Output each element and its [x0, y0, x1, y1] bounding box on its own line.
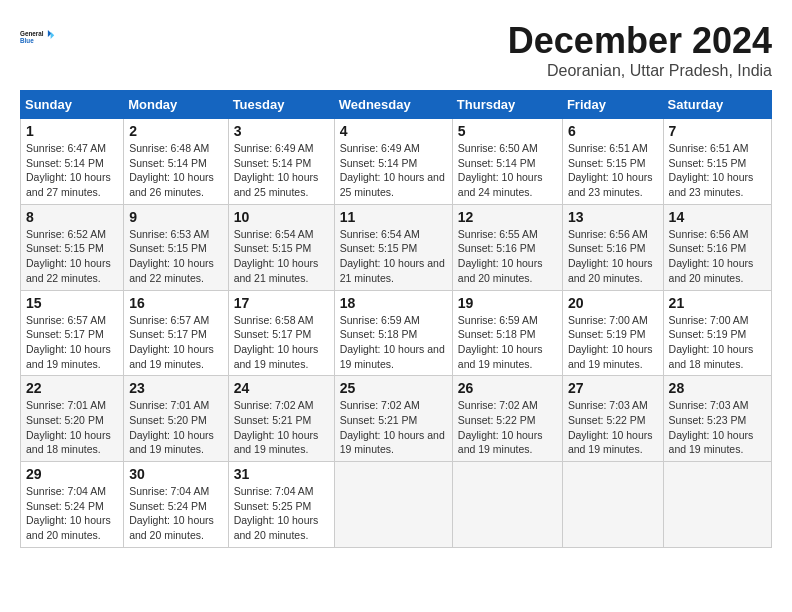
sunset-text: Sunset: 5:15 PM [234, 242, 312, 254]
logo-icon: GeneralBlue [20, 20, 56, 56]
day-info: Sunrise: 6:49 AMSunset: 5:14 PMDaylight:… [234, 141, 329, 200]
sunrise-text: Sunrise: 7:00 AM [669, 314, 749, 326]
calendar-cell: 9Sunrise: 6:53 AMSunset: 5:15 PMDaylight… [124, 204, 228, 290]
calendar-cell: 15Sunrise: 6:57 AMSunset: 5:17 PMDayligh… [21, 290, 124, 376]
day-number: 16 [129, 295, 222, 311]
daylight-text: Daylight: 10 hours and 20 minutes. [26, 514, 111, 541]
daylight-text: Daylight: 10 hours and 19 minutes. [568, 429, 653, 456]
sunrise-text: Sunrise: 6:49 AM [234, 142, 314, 154]
day-number: 1 [26, 123, 118, 139]
day-number: 30 [129, 466, 222, 482]
calendar-cell: 25Sunrise: 7:02 AMSunset: 5:21 PMDayligh… [334, 376, 452, 462]
daylight-text: Daylight: 10 hours and 23 minutes. [669, 171, 754, 198]
daylight-text: Daylight: 10 hours and 18 minutes. [26, 429, 111, 456]
day-number: 15 [26, 295, 118, 311]
calendar-cell: 2Sunrise: 6:48 AMSunset: 5:14 PMDaylight… [124, 119, 228, 205]
day-info: Sunrise: 7:00 AMSunset: 5:19 PMDaylight:… [568, 313, 658, 372]
page-container: GeneralBlue December 2024 Deoranian, Utt… [20, 20, 772, 548]
day-info: Sunrise: 6:54 AMSunset: 5:15 PMDaylight:… [340, 227, 447, 286]
day-info: Sunrise: 7:04 AMSunset: 5:24 PMDaylight:… [129, 484, 222, 543]
sunset-text: Sunset: 5:17 PM [234, 328, 312, 340]
daylight-text: Daylight: 10 hours and 25 minutes. [340, 171, 445, 198]
day-number: 3 [234, 123, 329, 139]
day-number: 26 [458, 380, 557, 396]
day-info: Sunrise: 6:50 AMSunset: 5:14 PMDaylight:… [458, 141, 557, 200]
sunrise-text: Sunrise: 6:59 AM [340, 314, 420, 326]
svg-text:Blue: Blue [20, 37, 34, 44]
title-section: December 2024 Deoranian, Uttar Pradesh, … [508, 20, 772, 80]
sunrise-text: Sunrise: 7:04 AM [129, 485, 209, 497]
sunrise-text: Sunrise: 7:04 AM [26, 485, 106, 497]
sunset-text: Sunset: 5:14 PM [234, 157, 312, 169]
sunrise-text: Sunrise: 6:59 AM [458, 314, 538, 326]
sunrise-text: Sunrise: 7:04 AM [234, 485, 314, 497]
day-info: Sunrise: 7:00 AMSunset: 5:19 PMDaylight:… [669, 313, 766, 372]
sunset-text: Sunset: 5:14 PM [129, 157, 207, 169]
sunrise-text: Sunrise: 6:57 AM [129, 314, 209, 326]
calendar-cell: 16Sunrise: 6:57 AMSunset: 5:17 PMDayligh… [124, 290, 228, 376]
sunset-text: Sunset: 5:17 PM [129, 328, 207, 340]
calendar-cell: 20Sunrise: 7:00 AMSunset: 5:19 PMDayligh… [562, 290, 663, 376]
day-number: 18 [340, 295, 447, 311]
daylight-text: Daylight: 10 hours and 19 minutes. [340, 343, 445, 370]
day-info: Sunrise: 6:54 AMSunset: 5:15 PMDaylight:… [234, 227, 329, 286]
calendar-cell: 18Sunrise: 6:59 AMSunset: 5:18 PMDayligh… [334, 290, 452, 376]
sunrise-text: Sunrise: 6:56 AM [669, 228, 749, 240]
svg-marker-3 [51, 32, 55, 39]
sunrise-text: Sunrise: 6:55 AM [458, 228, 538, 240]
sunset-text: Sunset: 5:24 PM [129, 500, 207, 512]
sunset-text: Sunset: 5:21 PM [340, 414, 418, 426]
header-cell-thursday: Thursday [452, 91, 562, 119]
logo: GeneralBlue [20, 20, 56, 56]
day-number: 8 [26, 209, 118, 225]
sunrise-text: Sunrise: 6:50 AM [458, 142, 538, 154]
day-number: 5 [458, 123, 557, 139]
day-number: 21 [669, 295, 766, 311]
header-cell-friday: Friday [562, 91, 663, 119]
calendar-cell: 14Sunrise: 6:56 AMSunset: 5:16 PMDayligh… [663, 204, 771, 290]
sunset-text: Sunset: 5:18 PM [458, 328, 536, 340]
day-number: 17 [234, 295, 329, 311]
header-cell-sunday: Sunday [21, 91, 124, 119]
daylight-text: Daylight: 10 hours and 21 minutes. [340, 257, 445, 284]
sunrise-text: Sunrise: 7:02 AM [340, 399, 420, 411]
day-info: Sunrise: 6:52 AMSunset: 5:15 PMDaylight:… [26, 227, 118, 286]
calendar-cell: 7Sunrise: 6:51 AMSunset: 5:15 PMDaylight… [663, 119, 771, 205]
location-subtitle: Deoranian, Uttar Pradesh, India [508, 62, 772, 80]
sunrise-text: Sunrise: 7:01 AM [26, 399, 106, 411]
sunset-text: Sunset: 5:23 PM [669, 414, 747, 426]
day-number: 24 [234, 380, 329, 396]
day-info: Sunrise: 7:04 AMSunset: 5:25 PMDaylight:… [234, 484, 329, 543]
daylight-text: Daylight: 10 hours and 19 minutes. [26, 343, 111, 370]
calendar-cell: 4Sunrise: 6:49 AMSunset: 5:14 PMDaylight… [334, 119, 452, 205]
daylight-text: Daylight: 10 hours and 18 minutes. [669, 343, 754, 370]
day-number: 4 [340, 123, 447, 139]
daylight-text: Daylight: 10 hours and 19 minutes. [234, 343, 319, 370]
sunset-text: Sunset: 5:14 PM [458, 157, 536, 169]
daylight-text: Daylight: 10 hours and 20 minutes. [458, 257, 543, 284]
day-number: 27 [568, 380, 658, 396]
day-info: Sunrise: 6:48 AMSunset: 5:14 PMDaylight:… [129, 141, 222, 200]
calendar-cell: 11Sunrise: 6:54 AMSunset: 5:15 PMDayligh… [334, 204, 452, 290]
header: GeneralBlue December 2024 Deoranian, Utt… [20, 20, 772, 80]
sunset-text: Sunset: 5:21 PM [234, 414, 312, 426]
calendar-week-row: 8Sunrise: 6:52 AMSunset: 5:15 PMDaylight… [21, 204, 772, 290]
calendar-week-row: 15Sunrise: 6:57 AMSunset: 5:17 PMDayligh… [21, 290, 772, 376]
calendar-cell: 1Sunrise: 6:47 AMSunset: 5:14 PMDaylight… [21, 119, 124, 205]
day-info: Sunrise: 7:03 AMSunset: 5:22 PMDaylight:… [568, 398, 658, 457]
sunrise-text: Sunrise: 6:53 AM [129, 228, 209, 240]
sunset-text: Sunset: 5:20 PM [26, 414, 104, 426]
sunset-text: Sunset: 5:15 PM [340, 242, 418, 254]
day-info: Sunrise: 6:55 AMSunset: 5:16 PMDaylight:… [458, 227, 557, 286]
day-number: 20 [568, 295, 658, 311]
calendar-cell: 30Sunrise: 7:04 AMSunset: 5:24 PMDayligh… [124, 462, 228, 548]
calendar-week-row: 22Sunrise: 7:01 AMSunset: 5:20 PMDayligh… [21, 376, 772, 462]
calendar-cell: 23Sunrise: 7:01 AMSunset: 5:20 PMDayligh… [124, 376, 228, 462]
calendar-cell [663, 462, 771, 548]
sunrise-text: Sunrise: 6:51 AM [669, 142, 749, 154]
sunset-text: Sunset: 5:22 PM [458, 414, 536, 426]
sunrise-text: Sunrise: 6:54 AM [234, 228, 314, 240]
day-number: 19 [458, 295, 557, 311]
day-info: Sunrise: 6:53 AMSunset: 5:15 PMDaylight:… [129, 227, 222, 286]
calendar-week-row: 29Sunrise: 7:04 AMSunset: 5:24 PMDayligh… [21, 462, 772, 548]
